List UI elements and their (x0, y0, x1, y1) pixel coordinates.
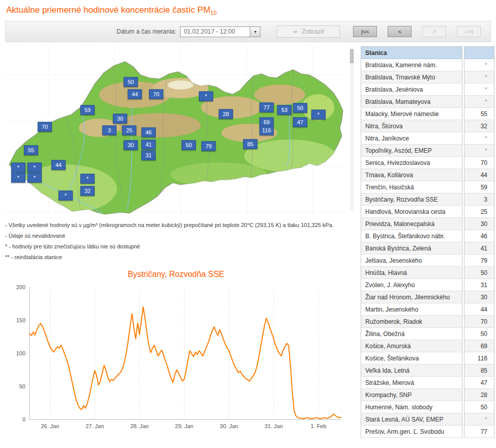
table-row[interactable]: Banská Bystrica, Zelená41 (361, 242, 495, 255)
first-button[interactable]: |<< (353, 26, 377, 37)
station-name-cell[interactable]: Jelšava, Jesenského (361, 255, 462, 267)
map-marker[interactable]: 46 (141, 128, 156, 137)
slovakia-map[interactable]: 504470593032546413130705544*****32**2850… (5, 46, 354, 216)
station-name-cell[interactable]: Nitra, Štúrova (361, 120, 462, 132)
map-marker[interactable]: * (27, 173, 42, 183)
station-name-cell[interactable]: Bratislava, Jeséniova (361, 83, 462, 96)
map-marker[interactable]: 41 (141, 140, 156, 150)
map-marker[interactable]: 31 (141, 151, 156, 160)
map-marker[interactable]: * (11, 173, 25, 183)
map-marker[interactable]: 25 (122, 126, 136, 135)
table-row[interactable]: Trnava, Kollárova44 (361, 169, 495, 181)
datetime-dropdown-button[interactable]: ▼ (250, 27, 260, 37)
map-marker[interactable]: 85 (243, 139, 257, 149)
map-marker[interactable]: 53 (277, 105, 291, 115)
table-row[interactable]: Prievidza, Malonecpalská30 (361, 218, 495, 230)
map-marker[interactable]: 59 (80, 105, 95, 115)
map-marker[interactable]: 30 (124, 141, 138, 150)
map-marker[interactable]: 55 (24, 146, 38, 155)
show-button[interactable]: ➜ Zobraziť (277, 25, 340, 38)
table-row[interactable]: Handlová, Morovianska cesta25 (361, 206, 495, 218)
table-row[interactable]: Ružomberok, Riadok70 (361, 316, 495, 328)
station-name-cell[interactable]: Trnava, Kollárova (361, 169, 462, 181)
map-marker[interactable]: * (59, 191, 73, 201)
table-row[interactable]: Prešov, Arm.gen. Ľ. Svobodu77 (361, 426, 495, 438)
next-button[interactable]: > (422, 26, 446, 37)
station-name-cell[interactable]: Nitra, Janíkovce (361, 132, 462, 145)
table-row[interactable]: Košice, Štefánikova116 (361, 352, 495, 365)
station-name-cell[interactable]: Žilina, Obežná (361, 328, 462, 340)
map-marker[interactable]: 30 (113, 114, 127, 124)
map-marker[interactable]: 70 (38, 122, 52, 132)
station-name-cell[interactable]: Zvolen, J. Alexyho (361, 279, 462, 291)
station-name-cell[interactable]: Topoľníky, Aszód, EMEP (361, 145, 462, 157)
map-marker[interactable]: 3 (102, 126, 116, 135)
map-marker[interactable]: 70 (149, 90, 163, 99)
table-row[interactable]: Strážske, Mierová47 (361, 377, 495, 389)
table-row[interactable]: Malacky, Mierové námestie55 (361, 108, 495, 120)
table-row[interactable]: Krompachy, SNP28 (361, 389, 495, 401)
station-name-cell[interactable]: Prievidza, Malonecpalská (361, 218, 462, 230)
station-name-cell[interactable]: Senica, Hviezdoslavova (361, 157, 462, 169)
station-name-cell[interactable]: Veľká Ida, Letná (361, 365, 462, 377)
station-name-cell[interactable]: Banská Bystrica, Zelená (361, 242, 462, 255)
station-name-cell[interactable]: Ružomberok, Riadok (361, 316, 462, 328)
table-row[interactable]: Žiar nad Hronom, Jilemnického30 (361, 291, 495, 303)
map-marker[interactable]: * (27, 163, 42, 173)
map-marker[interactable]: * (199, 92, 213, 101)
table-row[interactable]: Trenčín, Hasičská59 (361, 181, 495, 193)
table-row[interactable]: Bratislava, Kamenné nám.* (361, 59, 495, 71)
table-row[interactable]: Stará Lesná, AÚ SAV, EMEP* (361, 413, 495, 426)
map-marker[interactable]: 44 (128, 90, 142, 99)
table-row[interactable]: Veľká Ida, Letná85 (361, 365, 495, 377)
table-row[interactable]: Bratislava, Mamateyova* (361, 96, 495, 108)
station-name-cell[interactable]: Prešov, Arm.gen. Ľ. Svobodu (361, 426, 462, 438)
table-row[interactable]: Martin, Jesenského44 (361, 303, 495, 316)
map-scrollbar-thumb[interactable] (350, 49, 354, 63)
map-marker[interactable]: 44 (51, 160, 66, 170)
station-name-cell[interactable]: Bratislava, Trnavské Mýto (361, 71, 462, 83)
stanica-header[interactable]: Stanica (361, 46, 462, 59)
table-row[interactable]: Košice, Amurská69 (361, 340, 495, 352)
map-marker[interactable]: 50 (124, 77, 138, 87)
table-row[interactable]: Nitra, Štúrova32 (361, 120, 495, 132)
station-name-cell[interactable]: Martin, Jesenského (361, 303, 462, 316)
station-name-cell[interactable]: Košice, Amurská (361, 340, 462, 352)
datetime-select[interactable]: 01.02.2017 - 12:00 ▼ (180, 26, 260, 37)
table-row[interactable]: Nitra, Janíkovce* (361, 132, 495, 145)
map-marker[interactable]: * (80, 174, 95, 184)
last-button[interactable]: >>| (457, 26, 481, 37)
table-row[interactable]: Humenné, Nám. slobody50 (361, 401, 495, 413)
table-row[interactable]: Bratislava, Trnavské Mýto* (361, 71, 495, 83)
map-marker[interactable]: 50 (293, 103, 307, 113)
station-name-cell[interactable]: Humenné, Nám. slobody (361, 401, 462, 413)
table-row[interactable]: Senica, Hviezdoslavova70 (361, 157, 495, 169)
station-name-cell[interactable]: Krompachy, SNP (361, 389, 462, 401)
map-marker[interactable]: * (11, 163, 25, 173)
station-name-cell[interactable]: Žiar nad Hronom, Jilemnického (361, 291, 462, 303)
prev-button[interactable]: < (388, 26, 412, 37)
station-name-cell[interactable]: Strážske, Mierová (361, 377, 462, 389)
map-scrollbar-track[interactable] (350, 47, 354, 210)
map-marker[interactable]: 77 (259, 103, 274, 113)
table-row[interactable]: Jelšava, Jesenského79 (361, 255, 495, 267)
map-marker[interactable]: 32 (80, 186, 95, 196)
station-name-cell[interactable]: Košice, Štefánikova (361, 352, 462, 365)
map-marker[interactable]: 47 (293, 118, 307, 127)
station-name-cell[interactable]: Hnúšta, Hlavná (361, 267, 462, 279)
table-row[interactable]: Zvolen, J. Alexyho31 (361, 279, 495, 291)
map-marker[interactable]: 79 (201, 142, 216, 151)
station-name-cell[interactable]: B. Bystrica, Štefánikovo nábr. (361, 230, 462, 242)
station-name-cell[interactable]: Bratislava, Mamateyova (361, 96, 462, 108)
station-name-cell[interactable]: Handlová, Morovianska cesta (361, 206, 462, 218)
table-row[interactable]: Topoľníky, Aszód, EMEP* (361, 145, 495, 157)
table-row[interactable]: Hnúšta, Hlavná50 (361, 267, 495, 279)
table-row[interactable]: Bratislava, Jeséniova* (361, 83, 495, 96)
station-name-cell[interactable]: Bratislava, Kamenné nám. (361, 59, 462, 71)
station-name-cell[interactable]: Malacky, Mierové námestie (361, 108, 462, 120)
map-marker[interactable]: 116 (259, 126, 274, 135)
station-name-cell[interactable]: Trenčín, Hasičská (361, 181, 462, 193)
table-row[interactable]: Žilina, Obežná50 (361, 328, 495, 340)
table-row[interactable]: B. Bystrica, Štefánikovo nábr.46 (361, 230, 495, 242)
station-name-cell[interactable]: Bystričany, Rozvodňa SSE (361, 193, 462, 206)
